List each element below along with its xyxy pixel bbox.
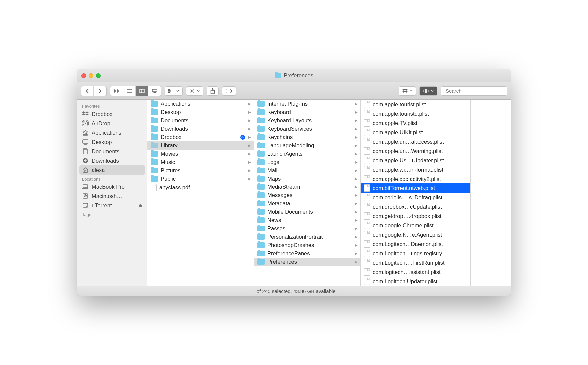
- folder-row[interactable]: Keyboard▶: [254, 108, 360, 116]
- folder-row[interactable]: Library▶: [147, 141, 254, 150]
- view-column-button[interactable]: [136, 86, 148, 96]
- chevron-right-icon: ▶: [355, 169, 358, 172]
- file-row[interactable]: com.apple.wi…in-format.plist: [361, 165, 470, 174]
- file-row[interactable]: com.logitech….ssistant.plist: [361, 267, 470, 277]
- row-label: Metadata: [267, 200, 352, 207]
- folder-row[interactable]: Keychains▶: [254, 133, 360, 141]
- folder-row[interactable]: Documents▶: [147, 116, 254, 125]
- folder-icon: [257, 192, 265, 198]
- folder-row[interactable]: Desktop▶: [147, 108, 254, 116]
- file-row[interactable]: com.Logitech…Daemon.plist: [361, 239, 470, 249]
- search-input[interactable]: [446, 88, 509, 94]
- minimize-button[interactable]: [89, 73, 93, 78]
- folder-row[interactable]: Mail▶: [254, 166, 360, 175]
- file-row[interactable]: com.Logitech.Updater.plist: [361, 277, 470, 286]
- file-icon: [364, 147, 370, 155]
- folder-row[interactable]: Passes▶: [254, 224, 360, 233]
- folder-row[interactable]: Metadata▶: [254, 199, 360, 208]
- sidebar-item-macbook-pro[interactable]: MacBook Pro: [77, 182, 147, 191]
- action-button[interactable]: [186, 86, 203, 96]
- folder-row[interactable]: Movies▶: [147, 150, 254, 158]
- file-icon: [364, 157, 370, 164]
- file-row[interactable]: com.apple.un…Warning.plist: [361, 146, 470, 156]
- file-row[interactable]: com.dropbox…cUpdate.plist: [361, 202, 470, 211]
- folder-icon: [257, 168, 265, 173]
- folder-row[interactable]: Keyboard Layouts▶: [254, 116, 360, 125]
- folder-row[interactable]: Mobile Documents▶: [254, 208, 360, 216]
- folder-row[interactable]: Public▶: [147, 175, 254, 183]
- zoom-button[interactable]: [96, 73, 101, 78]
- folder-row[interactable]: KeyboardServices▶: [254, 125, 360, 133]
- eject-icon[interactable]: [138, 203, 142, 207]
- close-button[interactable]: [81, 73, 86, 78]
- file-row[interactable]: com.apple.UIKit.plist: [361, 128, 470, 137]
- sidebar-item-desktop[interactable]: Desktop: [77, 137, 147, 147]
- back-button[interactable]: [81, 86, 94, 96]
- sidebar-item-label: MacBook Pro: [92, 184, 125, 190]
- dropbox-button[interactable]: [399, 86, 416, 96]
- sidebar-item-applications[interactable]: Applications: [77, 128, 147, 137]
- folder-row[interactable]: Dropbox⟳▶: [147, 133, 254, 141]
- file-icon: [364, 240, 370, 248]
- chevron-down-icon: [431, 90, 434, 92]
- sidebar-item-dropbox[interactable]: Dropbox: [77, 109, 147, 119]
- sidebar-item-macintosh-[interactable]: Macintosh…: [77, 191, 147, 201]
- folder-row[interactable]: Music▶: [147, 158, 254, 166]
- folder-row[interactable]: Internet Plug-Ins▶: [254, 100, 360, 108]
- file-row[interactable]: anyclass.pdf: [147, 183, 254, 192]
- folder-row[interactable]: Preferences▶: [254, 258, 360, 266]
- column-3[interactable]: com.apple.tourist.plistcom.apple.tourist…: [361, 100, 471, 286]
- file-row[interactable]: com.coriolis-…s.iDefrag.plist: [361, 193, 470, 202]
- folder-row[interactable]: LaunchAgents▶: [254, 150, 360, 158]
- file-row[interactable]: com.apple.xpc.activity2.plist: [361, 174, 470, 183]
- file-row[interactable]: com.apple.TV.plist: [361, 118, 470, 128]
- folder-icon: [257, 201, 265, 206]
- sidebar-item-alexa[interactable]: alexa: [79, 165, 145, 175]
- share-button[interactable]: [207, 86, 219, 96]
- sidebar-item-downloads[interactable]: Downloads: [77, 156, 147, 165]
- file-row[interactable]: com.Logitech…tings.registry: [361, 249, 470, 258]
- folder-row[interactable]: Downloads▶: [147, 125, 254, 133]
- file-icon: [364, 231, 370, 238]
- group-icon: [168, 89, 174, 93]
- file-row[interactable]: com.apple.touristd.plist: [361, 109, 470, 118]
- row-label: Passes: [267, 225, 352, 232]
- privacy-button[interactable]: [419, 86, 437, 96]
- column-1[interactable]: Applications▶Desktop▶Documents▶Downloads…: [147, 100, 254, 286]
- column-2[interactable]: Internet Plug-Ins▶Keyboard▶Keyboard Layo…: [254, 100, 361, 286]
- view-icon-button[interactable]: [110, 86, 123, 96]
- folder-row[interactable]: PreferencePanes▶: [254, 249, 360, 258]
- file-row[interactable]: com.google.Chrome.plist: [361, 221, 470, 230]
- file-icon: [364, 129, 370, 136]
- folder-icon: [257, 251, 265, 256]
- file-row[interactable]: com.getdrop….dropbox.plist: [361, 211, 470, 221]
- folder-row[interactable]: MediaStream▶: [254, 183, 360, 191]
- group-button[interactable]: [165, 86, 183, 96]
- sidebar-item-documents[interactable]: Documents: [77, 147, 147, 156]
- folder-row[interactable]: News▶: [254, 216, 360, 224]
- chevron-right-icon: ▶: [355, 110, 358, 114]
- folder-row[interactable]: PersonalizationPortrait▶: [254, 233, 360, 241]
- view-list-button[interactable]: [123, 86, 136, 96]
- file-row[interactable]: com.google.K…e.Agent.plist: [361, 230, 470, 239]
- row-label: LanguageModeling: [267, 142, 352, 149]
- file-row[interactable]: com.Logitech….FirstRun.plist: [361, 258, 470, 267]
- file-row[interactable]: com.apple.un…alaccess.plist: [361, 137, 470, 146]
- folder-row[interactable]: Messages▶: [254, 191, 360, 199]
- folder-row[interactable]: PhotoshopCrashes▶: [254, 241, 360, 249]
- file-row[interactable]: com.apple.Us…tUpdater.plist: [361, 156, 470, 165]
- search-field[interactable]: [441, 86, 507, 96]
- sidebar-item-utorrent-[interactable]: uTorrent…: [77, 201, 147, 210]
- file-row[interactable]: com.apple.tourist.plist: [361, 100, 470, 109]
- row-label: Mobile Documents: [267, 209, 352, 215]
- forward-button[interactable]: [94, 86, 106, 96]
- file-row[interactable]: com.bitTorrent.utweb.plist: [361, 183, 470, 193]
- tags-button[interactable]: [222, 86, 236, 96]
- folder-row[interactable]: Pictures▶: [147, 166, 254, 175]
- sidebar-item-airdrop[interactable]: AirDrop: [77, 119, 147, 128]
- folder-row[interactable]: Maps▶: [254, 175, 360, 183]
- folder-row[interactable]: Applications▶: [147, 100, 254, 108]
- folder-row[interactable]: LanguageModeling▶: [254, 141, 360, 150]
- view-gallery-button[interactable]: [148, 86, 161, 96]
- folder-row[interactable]: Logs▶: [254, 158, 360, 166]
